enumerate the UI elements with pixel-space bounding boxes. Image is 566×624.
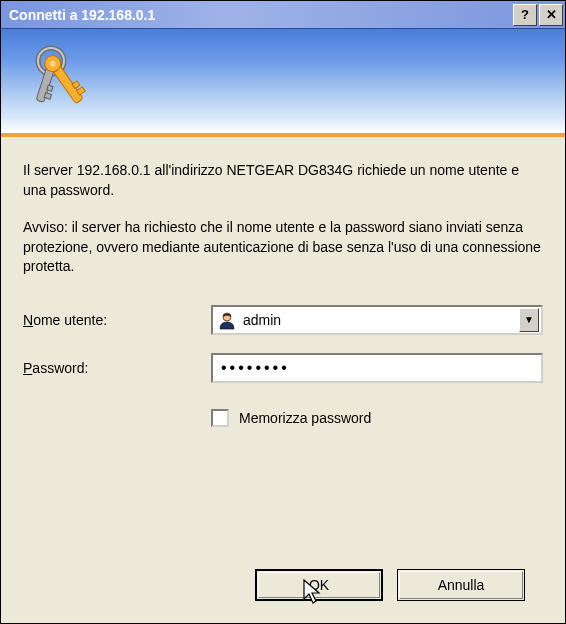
cancel-button-label: Annulla xyxy=(438,577,485,593)
password-row: Password: xyxy=(23,353,543,383)
close-button[interactable]: ✕ xyxy=(539,4,563,26)
remember-checkbox[interactable] xyxy=(211,409,229,427)
keys-icon xyxy=(25,43,103,121)
warning-message: Avviso: il server ha richiesto che il no… xyxy=(23,218,543,277)
ok-button[interactable]: OK xyxy=(255,569,383,601)
combo-dropdown-button[interactable]: ▼ xyxy=(519,308,539,332)
chevron-down-icon: ▼ xyxy=(524,314,534,325)
titlebar-buttons: ? ✕ xyxy=(513,4,563,26)
content-area: Il server 192.168.0.1 all'indirizzo NETG… xyxy=(1,137,565,623)
username-value: admin xyxy=(243,312,519,328)
titlebar: Connetti a 192.168.0.1 ? ✕ xyxy=(1,1,565,29)
banner xyxy=(1,29,565,137)
username-combo[interactable]: admin ▼ xyxy=(211,305,543,335)
close-icon: ✕ xyxy=(546,7,557,22)
svg-rect-4 xyxy=(47,85,53,91)
ok-button-label: OK xyxy=(309,577,329,593)
remember-label: Memorizza password xyxy=(239,410,371,426)
button-row: OK Annulla xyxy=(23,569,543,623)
username-row: Nome utente: admin ▼ xyxy=(23,305,543,335)
remember-row: Memorizza password xyxy=(211,409,543,427)
server-message: Il server 192.168.0.1 all'indirizzo NETG… xyxy=(23,161,543,200)
username-label: Nome utente: xyxy=(23,312,211,328)
password-input[interactable] xyxy=(211,353,543,383)
password-label: Password: xyxy=(23,360,211,376)
svg-rect-3 xyxy=(44,93,51,100)
user-icon xyxy=(217,310,237,330)
help-icon: ? xyxy=(521,7,529,22)
cancel-button[interactable]: Annulla xyxy=(397,569,525,601)
auth-dialog: Connetti a 192.168.0.1 ? ✕ xyxy=(0,0,566,624)
help-button[interactable]: ? xyxy=(513,4,537,26)
window-title: Connetti a 192.168.0.1 xyxy=(9,7,513,23)
